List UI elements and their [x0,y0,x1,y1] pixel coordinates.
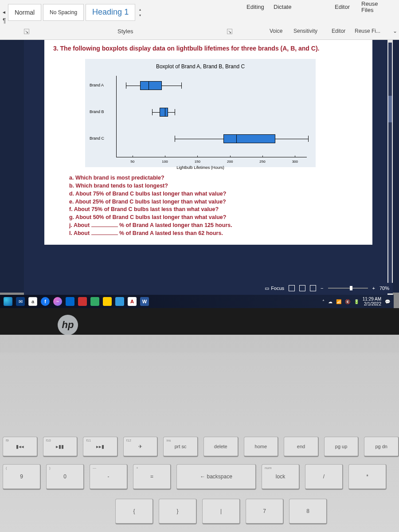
print-layout-icon[interactable] [299,285,305,291]
x-tick-label: 50 [130,160,134,164]
x-tick-label: 300 [292,160,298,164]
x-axis [116,157,307,157]
ribbon-collapse-icon[interactable]: ⌄ [393,28,397,34]
key-[interactable]: f11▸▸▮ [83,437,118,457]
subquestion-line: j. About % of Brand A lasted longer than… [69,222,364,229]
key-[interactable]: { [115,499,153,524]
style-heading1[interactable]: Heading 1 [86,4,135,21]
laptop-deck: f9▮◂◂f10▸▮▮f11▸▸▮f12✈insprt scdeletehome… [0,335,399,532]
subquestion-line: a. Which brand is most predictable? [69,174,364,182]
taskbar-app-3[interactable] [90,297,99,306]
key-[interactable]: += [133,464,171,490]
nav-left-icon[interactable]: ◄ [2,10,6,15]
key-7[interactable]: 7 [246,499,284,524]
x-tick [230,156,231,157]
x-axis-label: Lightbulb Lifetimes (Hours) [90,165,311,170]
key-8[interactable]: 8 [289,499,327,524]
pilcrow-icon[interactable]: ¶ [3,17,6,24]
voice-group-label: Voice [270,28,282,34]
subquestions-list: a. Which brand is most predictable?b. Wh… [44,171,372,245]
key-9[interactable]: (9 [3,464,41,490]
taskbar-app-6[interactable]: A [128,297,137,306]
battery-icon[interactable]: 🔋 [354,299,359,304]
fill-blank [91,231,118,235]
onedrive-icon[interactable]: ☁ [328,299,332,304]
chart-title: Boxplot of Brand A, Brand B, Brand C [90,63,311,70]
key-0[interactable]: )0 [46,464,84,490]
key-[interactable]: —- [90,464,128,490]
system-clock[interactable]: 11:29 AM 2/1/2022 [363,297,381,306]
taskbar-app-5[interactable] [115,297,124,306]
wifi-icon[interactable]: 📶 [336,299,341,304]
key-lock[interactable]: numlock [262,464,300,490]
edge-icon[interactable] [4,297,12,306]
zoom-level[interactable]: 70% [379,286,389,291]
zoom-slider[interactable] [328,288,368,289]
key-home[interactable]: home [244,437,279,457]
focus-mode-button[interactable]: ▭ Focus [265,286,284,291]
volume-mute-icon[interactable]: 🔇 [345,299,350,304]
key-[interactable]: f12✈ [123,437,158,457]
styles-group-label: Styles [117,28,133,35]
key-[interactable]: * [348,464,387,490]
style-no-spacing[interactable]: No Spacing [43,4,84,21]
key-end[interactable]: end [284,437,319,457]
subquestion-line: f. About 75% of Brand C bulbs last less … [69,206,364,213]
zoom-out-button[interactable]: − [321,286,323,291]
styles-launcher-icon[interactable]: ↘ [227,29,232,34]
subquestion-line: d. About 75% of Brand C bulbs last longe… [69,190,364,198]
hp-logo: hp [58,315,78,335]
editor-button[interactable]: Editor [335,4,350,10]
boxplot-brand-c [90,134,311,143]
editing-menu[interactable]: Editing [246,4,264,10]
document-page: 3. The following boxplots display data o… [44,40,372,245]
mail-icon[interactable]: ✉ [16,297,25,306]
x-tick [133,156,133,157]
style-normal[interactable]: Normal [8,4,41,21]
taskbar-app-1[interactable] [66,297,74,306]
boxplot-brand-b [90,108,311,117]
key-[interactable]: f9▮◂◂ [3,437,38,457]
key-[interactable]: f10▸▮▮ [43,437,78,457]
key-backspace[interactable]: ← backspace [176,464,256,490]
read-mode-icon[interactable] [289,285,295,291]
dictate-button[interactable]: Dictate [274,4,291,10]
x-tick [295,156,295,157]
taskbar-app-2[interactable] [78,297,87,306]
key-pgdn[interactable]: pg dn [364,437,399,457]
question-text: 3. The following boxplots display data o… [44,40,372,55]
key-[interactable]: } [159,499,197,524]
key-delete[interactable]: delete [203,437,239,457]
x-tick-label: 100 [162,160,168,164]
reuse-files-button[interactable]: Reuse Files [361,1,378,14]
amazon-icon[interactable]: a [28,297,37,306]
word-icon[interactable]: W [140,297,149,306]
x-tick-label: 200 [227,160,233,164]
key-[interactable]: | [202,499,240,524]
subquestion-line: l. About % of Brand A lasted less than 6… [69,230,364,237]
messenger-icon[interactable]: ~ [53,297,62,306]
boxplot-brand-a [90,81,311,90]
facebook-icon[interactable]: f [41,297,50,306]
word-status-bar: ▭ Focus − + 70% [24,283,393,293]
style-gallery-nav[interactable]: ▴▾ [137,8,143,17]
boxplot-chart: Boxplot of Brand A, Brand B, Brand C Lig… [85,59,316,167]
subquestion-line: b. Which brand tends to last longest? [69,182,364,190]
document-scrollbar[interactable] [388,43,392,291]
web-layout-icon[interactable] [310,285,316,291]
windows-taskbar: ✉ a f ~ A W ˄ ☁ 📶 🔇 🔋 11:29 AM 2/1/2022 … [0,295,394,308]
zoom-in-button[interactable]: + [372,286,375,291]
key-prtsc[interactable]: insprt sc [163,437,198,457]
key-pgup[interactable]: pg up [324,437,359,457]
x-tick-label: 250 [259,160,265,164]
x-tick [197,156,198,157]
tray-chevron-icon[interactable]: ˄ [322,299,325,304]
document-viewport: 3. The following boxplots display data o… [24,40,393,295]
key-[interactable]: / [305,464,343,490]
taskbar-app-4[interactable] [103,297,112,306]
paragraph-launcher-icon[interactable]: ↘ [24,29,29,34]
x-tick [262,156,263,157]
x-tick-label: 150 [195,160,200,164]
notifications-icon[interactable]: 💬 [385,299,390,304]
editor-group-label: Editor [332,28,345,34]
